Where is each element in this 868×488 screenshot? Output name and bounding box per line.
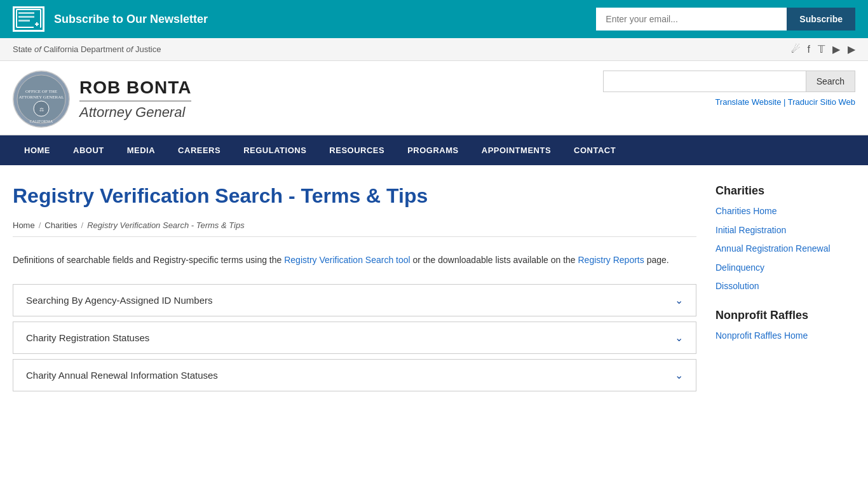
sidebar-section: CharitiesCharities HomeInitial Registrat… <box>715 184 855 293</box>
intro-text: Definitions of searchable fields and Reg… <box>13 253 696 268</box>
nav-list: HOMEABOUTMEDIACAREERSREGULATIONSRESOURCE… <box>13 135 855 165</box>
nav-item-careers[interactable]: CAREERS <box>166 135 232 165</box>
state-bar: State of California Department of Justic… <box>0 38 868 61</box>
accordion-label: Searching By Agency-Assigned ID Numbers <box>26 295 212 306</box>
chevron-down-icon: ⌄ <box>675 369 683 381</box>
page-title: Registry Verification Search - Terms & T… <box>13 184 696 208</box>
registry-tool-link[interactable]: Registry Verification Search tool <box>284 255 410 265</box>
facebook-icon[interactable]: f <box>808 44 810 55</box>
social-icons: ☄ f 𝕋 ▶ ▶ <box>791 43 855 55</box>
youtube-icon[interactable]: ▶ <box>848 43 855 55</box>
sidebar-link[interactable]: Charities Home <box>715 206 776 216</box>
nav-item-regulations[interactable]: REGULATIONS <box>232 135 318 165</box>
breadcrumb: Home / Charities / Registry Verification… <box>13 220 696 237</box>
newsletter-form: Subscribe <box>596 8 855 30</box>
svg-rect-2 <box>18 16 34 18</box>
rss-icon[interactable]: ☄ <box>791 43 800 55</box>
sidebar-link[interactable]: Annual Registration Renewal <box>715 243 831 254</box>
breadcrumb-sep2: / <box>81 220 84 230</box>
attorney-title: Attorney General <box>79 104 191 121</box>
svg-text:OFFICE OF THE: OFFICE OF THE <box>25 89 57 94</box>
sidebar-section: Nonprofit RafflesNonprofit Raffles Home <box>715 309 855 342</box>
twitter-icon[interactable]: 𝕋 <box>818 43 825 55</box>
logo-area: OFFICE OF THE ATTORNEY GENERAL ⚖ CALIFOR… <box>13 71 191 128</box>
svg-rect-6 <box>36 22 37 26</box>
intro-after: page. <box>647 255 669 265</box>
nav-item-resources[interactable]: RESOURCES <box>318 135 396 165</box>
svg-rect-3 <box>18 20 30 22</box>
sidebar-section-title: Charities <box>715 184 855 198</box>
newsletter-left: Subscribe to Our Newsletter <box>13 6 208 32</box>
accordion-header[interactable]: Charity Annual Renewal Information Statu… <box>13 360 696 391</box>
registry-reports-link[interactable]: Registry Reports <box>578 255 644 265</box>
intro-before: Definitions of searchable fields and Reg… <box>13 255 281 265</box>
svg-rect-1 <box>18 12 34 14</box>
newsletter-icon <box>13 6 44 32</box>
content-area: Registry Verification Search - Terms & T… <box>13 184 696 396</box>
sidebar: CharitiesCharities HomeInitial Registrat… <box>715 184 855 396</box>
svg-text:CALIFORNIA: CALIFORNIA <box>30 119 53 123</box>
chevron-down-icon: ⌄ <box>675 294 683 306</box>
header: OFFICE OF THE ATTORNEY GENERAL ⚖ CALIFOR… <box>0 61 868 135</box>
breadcrumb-sep1: / <box>39 220 41 230</box>
nav-item-home[interactable]: HOME <box>13 135 62 165</box>
subscribe-button[interactable]: Subscribe <box>787 8 855 30</box>
state-text: State of California Department of Justic… <box>13 44 161 54</box>
sidebar-link[interactable]: Dissolution <box>715 281 759 291</box>
search-area: Search Translate Website | Traducir Siti… <box>603 71 855 107</box>
nav-item-contact[interactable]: CONTACT <box>562 135 627 165</box>
search-input[interactable] <box>603 71 806 92</box>
agency-seal: OFFICE OF THE ATTORNEY GENERAL ⚖ CALIFOR… <box>13 71 70 128</box>
accordion-label: Charity Registration Statuses <box>26 332 149 343</box>
accordion-container: Searching By Agency-Assigned ID Numbers … <box>13 284 696 391</box>
accordion-item: Charity Annual Renewal Information Statu… <box>13 359 696 391</box>
intro-middle: or the downloadable lists available on t… <box>413 255 576 265</box>
sidebar-content: CharitiesCharities HomeInitial Registrat… <box>715 184 855 342</box>
breadcrumb-current: Registry Verification Search - Terms & T… <box>87 220 244 230</box>
breadcrumb-home[interactable]: Home <box>13 220 35 230</box>
svg-text:ATTORNEY GENERAL: ATTORNEY GENERAL <box>19 95 64 100</box>
search-row: Search <box>603 71 855 92</box>
attorney-name: ROB BONTA <box>79 78 191 102</box>
main-navigation: HOMEABOUTMEDIACAREERSREGULATIONSRESOURCE… <box>0 135 868 165</box>
nav-item-about[interactable]: ABOUT <box>62 135 116 165</box>
nav-item-appointments[interactable]: APPOINTMENTS <box>470 135 562 165</box>
nav-item-media[interactable]: MEDIA <box>116 135 166 165</box>
translate-link[interactable]: Translate Website | Traducir Sitio Web <box>715 97 855 107</box>
accordion-label: Charity Annual Renewal Information Statu… <box>26 370 218 381</box>
logo-text: ROB BONTA Attorney General <box>79 78 191 121</box>
sidebar-links: Charities HomeInitial RegistrationAnnual… <box>715 205 855 293</box>
main-content: Registry Verification Search - Terms & T… <box>0 165 868 416</box>
chevron-down-icon: ⌄ <box>675 332 683 344</box>
sidebar-link[interactable]: Delinquency <box>715 262 764 273</box>
breadcrumb-parent[interactable]: Charities <box>44 220 77 230</box>
svg-text:⚖: ⚖ <box>39 107 44 112</box>
newsletter-title: Subscribe to Our Newsletter <box>54 13 208 26</box>
sidebar-link[interactable]: Nonprofit Raffles Home <box>715 330 808 341</box>
accordion-item: Charity Registration Statuses ⌄ <box>13 322 696 354</box>
instagram-icon[interactable]: ▶ <box>832 43 840 55</box>
sidebar-link[interactable]: Initial Registration <box>715 225 786 235</box>
translate-row: Translate Website | Traducir Sitio Web <box>715 97 855 107</box>
nav-item-programs[interactable]: PROGRAMS <box>396 135 470 165</box>
accordion-header[interactable]: Charity Registration Statuses ⌄ <box>13 322 696 353</box>
newsletter-bar: Subscribe to Our Newsletter Subscribe <box>0 0 868 38</box>
accordion-header[interactable]: Searching By Agency-Assigned ID Numbers … <box>13 285 696 316</box>
sidebar-section-title: Nonprofit Raffles <box>715 309 855 322</box>
sidebar-links: Nonprofit Raffles Home <box>715 330 855 342</box>
accordion-item: Searching By Agency-Assigned ID Numbers … <box>13 284 696 316</box>
search-button[interactable]: Search <box>806 71 855 92</box>
email-input[interactable] <box>596 8 787 30</box>
